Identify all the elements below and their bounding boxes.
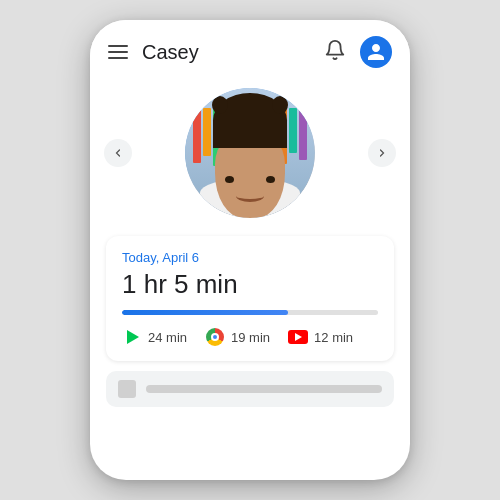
- user-avatar-button[interactable]: [360, 36, 392, 68]
- progress-bar-fill: [122, 310, 288, 315]
- play-store-time: 24 min: [148, 330, 187, 345]
- chrome-time: 19 min: [231, 330, 270, 345]
- header: Casey: [90, 20, 410, 78]
- carousel-container: [90, 88, 410, 218]
- stats-date: Today, April 6: [122, 250, 378, 265]
- profile-photo-art: [185, 88, 315, 218]
- profile-section: [90, 78, 410, 236]
- profile-photo: [185, 88, 315, 218]
- stats-card: Today, April 6 1 hr 5 min 24 min 19 min: [106, 236, 394, 361]
- stats-time: 1 hr 5 min: [122, 269, 378, 300]
- bell-icon[interactable]: [324, 39, 346, 66]
- app-list: 24 min 19 min 12 min: [122, 327, 378, 347]
- placeholder-text-line: [146, 385, 382, 393]
- youtube-icon: [288, 327, 308, 347]
- carousel-right-button[interactable]: [368, 139, 396, 167]
- page-title: Casey: [142, 41, 324, 64]
- bottom-placeholder-card: [106, 371, 394, 407]
- progress-bar-background: [122, 310, 378, 315]
- play-store-icon: [122, 327, 142, 347]
- chrome-icon: [205, 327, 225, 347]
- placeholder-icon: [118, 380, 136, 398]
- phone-shell: Casey: [90, 20, 410, 480]
- carousel-left-button[interactable]: [104, 139, 132, 167]
- app-item-play: 24 min: [122, 327, 187, 347]
- hamburger-icon[interactable]: [108, 45, 128, 59]
- app-item-youtube: 12 min: [288, 327, 353, 347]
- youtube-time: 12 min: [314, 330, 353, 345]
- app-item-chrome: 19 min: [205, 327, 270, 347]
